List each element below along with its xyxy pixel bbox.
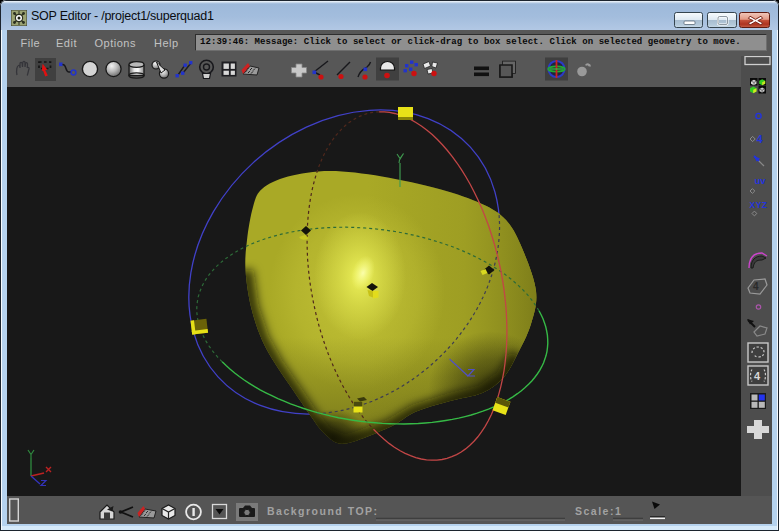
svg-text:4: 4 — [757, 133, 764, 145]
svg-text:Background TOP:: Background TOP: — [267, 505, 379, 517]
svg-text:4: 4 — [753, 281, 759, 292]
svg-text:uv: uv — [755, 175, 767, 186]
svg-text:XYZ: XYZ — [750, 200, 768, 210]
svg-text:1: 1 — [615, 505, 622, 517]
svg-text:Scale:: Scale: — [575, 505, 615, 517]
svg-text:4: 4 — [754, 370, 761, 382]
